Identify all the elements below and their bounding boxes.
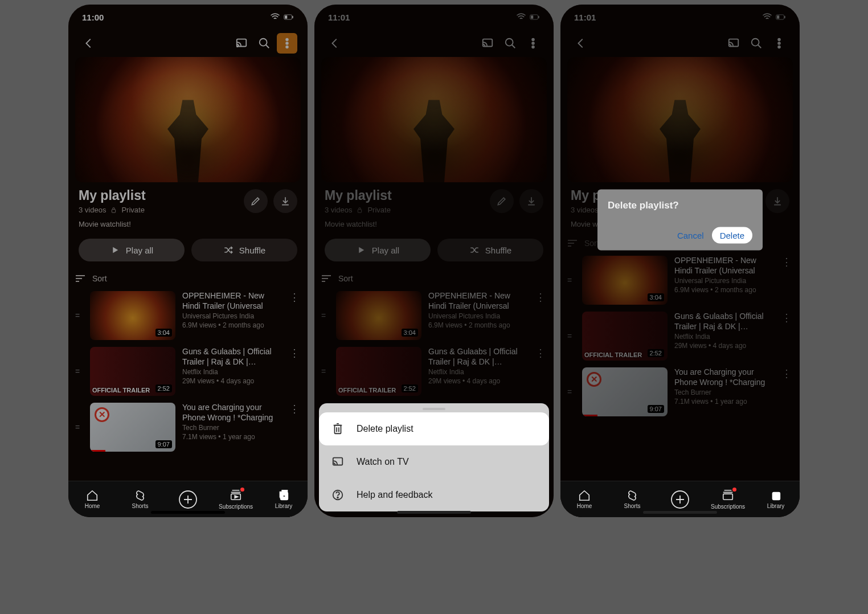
sort-icon	[321, 275, 331, 283]
playlist-hero-image	[321, 57, 547, 182]
playlist-video-count: 3 videos	[325, 206, 352, 214]
video-more-button[interactable]: ⋮	[534, 291, 547, 304]
drag-handle-icon[interactable]: =	[567, 279, 575, 282]
video-title: You are Charging your Phone Wrong ! *Cha…	[674, 367, 773, 387]
sheet-handle[interactable]	[423, 408, 445, 410]
more-button[interactable]	[769, 33, 789, 54]
sheet-delete-playlist[interactable]: Delete playlist	[319, 412, 549, 445]
video-channel: Universal Pictures India	[182, 312, 281, 320]
playlist-title: My playlist	[79, 188, 146, 203]
list-item[interactable]: = ✕9:07 You are Charging your Phone Wron…	[563, 364, 797, 420]
screen-delete-dialog: 11:01 My playlist 3 videos P	[560, 5, 800, 517]
sort-button[interactable]: Sort	[314, 269, 554, 288]
list-item[interactable]: = OFFICIAL TRAILER 2:52 Guns & Gulaabs |…	[71, 343, 305, 399]
more-button[interactable]	[523, 33, 543, 54]
play-icon	[110, 245, 120, 255]
drag-handle-icon[interactable]: =	[321, 314, 329, 317]
play-all-button[interactable]: Play all	[79, 239, 185, 261]
video-more-button[interactable]: ⋮	[288, 347, 301, 359]
list-item[interactable]: = 3:04 OPPENHEIMER - New Hindi Trailer (…	[563, 252, 797, 308]
video-title: OPPENHEIMER - New Hindi Trailer (Univers…	[674, 256, 773, 276]
svg-point-30	[752, 39, 759, 46]
battery-icon	[776, 13, 786, 21]
video-more-button[interactable]: ⋮	[288, 291, 301, 304]
drag-handle-icon[interactable]: =	[75, 370, 83, 373]
search-icon	[504, 37, 517, 50]
video-duration: 3:04	[648, 293, 664, 301]
sheet-watch-on-tv[interactable]: Watch on TV	[319, 445, 549, 478]
thumbnail-overlay-text: OFFICIAL TRAILER	[92, 387, 150, 394]
dialog-cancel-button[interactable]: Cancel	[677, 231, 704, 240]
list-item[interactable]: = OFFICIAL TRAILER2:52 Guns & Gulaabs | …	[563, 308, 797, 364]
home-icon	[86, 489, 99, 502]
cast-button[interactable]	[477, 33, 498, 54]
drag-handle-icon[interactable]: =	[567, 334, 575, 338]
sort-button[interactable]: Sort	[68, 269, 308, 288]
cast-button[interactable]	[231, 33, 252, 54]
shuffle-button[interactable]: Shuffle	[437, 239, 543, 261]
edit-button[interactable]	[490, 189, 514, 213]
video-channel: Tech Burner	[182, 424, 281, 432]
svg-point-20	[532, 46, 534, 48]
download-button[interactable]	[519, 189, 543, 213]
list-item[interactable]: = 3:04 OPPENHEIMER - New Hindi Trailer (…	[317, 288, 551, 343]
sheet-item-label: Watch on TV	[357, 457, 409, 467]
status-indicators	[516, 13, 540, 21]
more-button[interactable]	[277, 33, 297, 54]
back-button[interactable]	[325, 33, 345, 54]
svg-rect-14	[538, 16, 539, 18]
list-item[interactable]: = 3:04 OPPENHEIMER - New Hindi Trailer (…	[71, 288, 305, 343]
play-all-button[interactable]: Play all	[325, 239, 431, 261]
video-title: OPPENHEIMER - New Hindi Trailer (Univers…	[428, 291, 527, 311]
nav-home[interactable]: Home	[560, 481, 608, 517]
nav-home[interactable]: Home	[68, 481, 116, 517]
drag-handle-icon[interactable]: =	[567, 390, 575, 394]
nav-library[interactable]: Library	[752, 481, 800, 517]
video-title: Guns & Gulaabs | Official Trailer | Raj …	[428, 347, 527, 367]
drag-handle-icon[interactable]: =	[75, 314, 83, 317]
list-item[interactable]: = ✕ 9:07 You are Charging your Phone Wro…	[71, 399, 305, 455]
battery-icon	[284, 13, 294, 21]
progress-bar	[90, 450, 105, 452]
home-indicator	[397, 511, 471, 514]
cast-button[interactable]	[723, 33, 744, 54]
video-more-button[interactable]: ⋮	[534, 347, 547, 359]
video-list: = 3:04 OPPENHEIMER - New Hindi Trailer (…	[314, 288, 554, 399]
video-more-button[interactable]: ⋮	[288, 403, 301, 415]
library-icon	[277, 489, 290, 502]
video-thumbnail[interactable]: OFFICIAL TRAILER2:52	[336, 347, 421, 396]
video-more-button[interactable]: ⋮	[780, 312, 793, 324]
dialog-delete-button[interactable]: Delete	[712, 227, 752, 244]
video-thumbnail[interactable]: OFFICIAL TRAILER2:52	[582, 312, 668, 361]
status-time: 11:01	[574, 13, 596, 22]
video-more-button[interactable]: ⋮	[780, 256, 793, 268]
shuffle-button[interactable]: Shuffle	[191, 239, 297, 261]
video-thumbnail[interactable]: 3:04	[90, 291, 175, 340]
drag-handle-icon[interactable]: =	[75, 425, 83, 429]
video-thumbnail[interactable]: 3:04	[336, 291, 421, 340]
video-thumbnail[interactable]: 3:04	[582, 256, 668, 305]
back-button[interactable]	[79, 33, 99, 54]
list-item[interactable]: = OFFICIAL TRAILER2:52 Guns & Gulaabs | …	[317, 343, 551, 399]
video-thumbnail[interactable]: ✕9:07	[582, 367, 668, 416]
search-button[interactable]	[746, 33, 767, 54]
chevron-left-icon	[575, 37, 587, 50]
video-stats: 29M views • 4 days ago	[674, 342, 773, 350]
download-button[interactable]	[765, 189, 789, 213]
video-channel: Netflix India	[428, 368, 527, 376]
video-title: OPPENHEIMER - New Hindi Trailer (Univers…	[182, 291, 281, 311]
video-thumbnail[interactable]: OFFICIAL TRAILER 2:52	[90, 347, 175, 396]
nav-library[interactable]: Library	[260, 481, 308, 517]
sheet-help-feedback[interactable]: Help and feedback	[319, 478, 549, 511]
video-more-button[interactable]: ⋮	[780, 367, 793, 380]
download-button[interactable]	[273, 189, 297, 213]
video-thumbnail[interactable]: ✕ 9:07	[90, 403, 175, 452]
search-button[interactable]	[500, 33, 521, 54]
back-button[interactable]	[571, 33, 591, 54]
edit-button[interactable]	[244, 189, 268, 213]
thumbnail-x-icon: ✕	[95, 407, 109, 422]
delete-confirm-dialog: Delete playlist? Cancel Delete	[597, 190, 763, 251]
search-button[interactable]	[254, 33, 275, 54]
drag-handle-icon[interactable]: =	[321, 370, 329, 373]
svg-rect-9	[112, 210, 116, 213]
